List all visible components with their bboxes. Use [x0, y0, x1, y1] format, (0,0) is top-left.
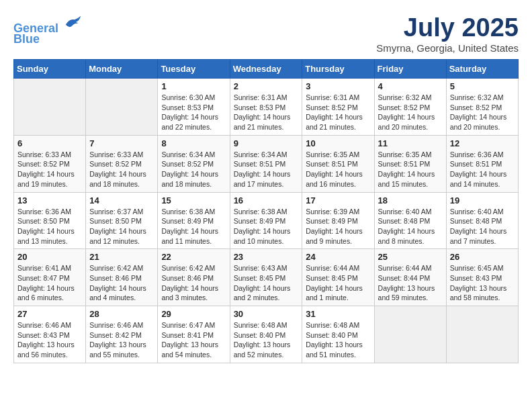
calendar-cell: 26Sunrise: 6:45 AMSunset: 8:43 PMDayligh…: [446, 249, 518, 306]
day-number: 9: [234, 138, 299, 148]
day-number: 12: [450, 138, 515, 148]
calendar-cell: [446, 306, 518, 363]
day-detail: Sunrise: 6:31 AMSunset: 8:52 PMDaylight:…: [306, 93, 370, 132]
day-number: 29: [161, 309, 226, 319]
calendar-cell: 25Sunrise: 6:44 AMSunset: 8:44 PMDayligh…: [374, 249, 446, 306]
location: Smyrna, Georgia, United States: [376, 42, 519, 54]
calendar-cell: 18Sunrise: 6:40 AMSunset: 8:48 PMDayligh…: [374, 192, 446, 249]
day-number: 23: [234, 252, 299, 262]
calendar-cell: 5Sunrise: 6:32 AMSunset: 8:52 PMDaylight…: [446, 79, 518, 136]
calendar-cell: 11Sunrise: 6:35 AMSunset: 8:51 PMDayligh…: [374, 135, 446, 192]
calendar-cell: 27Sunrise: 6:46 AMSunset: 8:43 PMDayligh…: [14, 306, 86, 363]
day-number: 16: [234, 195, 299, 205]
calendar-cell: 22Sunrise: 6:42 AMSunset: 8:46 PMDayligh…: [158, 249, 230, 306]
day-number: 31: [306, 309, 370, 319]
calendar-cell: 16Sunrise: 6:38 AMSunset: 8:49 PMDayligh…: [230, 192, 302, 249]
day-detail: Sunrise: 6:37 AMSunset: 8:50 PMDaylight:…: [89, 207, 154, 246]
day-number: 22: [161, 252, 226, 262]
day-detail: Sunrise: 6:38 AMSunset: 8:49 PMDaylight:…: [234, 207, 299, 246]
page-header: General Blue July 2025 Smyrna, Georgia, …: [13, 13, 519, 54]
col-header-saturday: Saturday: [446, 60, 518, 79]
calendar-cell: 29Sunrise: 6:47 AMSunset: 8:41 PMDayligh…: [158, 306, 230, 363]
week-row-2: 6Sunrise: 6:33 AMSunset: 8:52 PMDaylight…: [14, 135, 519, 192]
day-detail: Sunrise: 6:33 AMSunset: 8:52 PMDaylight:…: [89, 150, 154, 189]
calendar-cell: 6Sunrise: 6:33 AMSunset: 8:52 PMDaylight…: [14, 135, 86, 192]
calendar-cell: 31Sunrise: 6:48 AMSunset: 8:40 PMDayligh…: [302, 306, 374, 363]
day-detail: Sunrise: 6:43 AMSunset: 8:45 PMDaylight:…: [234, 263, 299, 303]
calendar-cell: 8Sunrise: 6:34 AMSunset: 8:52 PMDaylight…: [158, 135, 230, 192]
calendar-cell: 7Sunrise: 6:33 AMSunset: 8:52 PMDaylight…: [86, 135, 158, 192]
logo: General Blue: [13, 13, 82, 46]
day-number: 18: [378, 195, 443, 205]
calendar-cell: 3Sunrise: 6:31 AMSunset: 8:52 PMDaylight…: [302, 79, 374, 136]
day-number: 26: [450, 252, 515, 262]
day-number: 30: [234, 309, 299, 319]
calendar-cell: 23Sunrise: 6:43 AMSunset: 8:45 PMDayligh…: [230, 249, 302, 306]
calendar-cell: 24Sunrise: 6:44 AMSunset: 8:45 PMDayligh…: [302, 249, 374, 306]
logo-bird-icon: [63, 13, 82, 32]
day-detail: Sunrise: 6:33 AMSunset: 8:52 PMDaylight:…: [17, 150, 82, 189]
calendar-cell: 15Sunrise: 6:38 AMSunset: 8:49 PMDayligh…: [158, 192, 230, 249]
day-number: 7: [89, 138, 154, 148]
day-detail: Sunrise: 6:35 AMSunset: 8:51 PMDaylight:…: [378, 150, 443, 189]
day-detail: Sunrise: 6:39 AMSunset: 8:49 PMDaylight:…: [306, 207, 370, 246]
calendar-cell: 9Sunrise: 6:34 AMSunset: 8:51 PMDaylight…: [230, 135, 302, 192]
day-number: 1: [161, 81, 226, 91]
day-detail: Sunrise: 6:30 AMSunset: 8:53 PMDaylight:…: [161, 93, 226, 132]
calendar-cell: [14, 79, 86, 136]
day-detail: Sunrise: 6:48 AMSunset: 8:40 PMDaylight:…: [234, 320, 299, 360]
day-detail: Sunrise: 6:40 AMSunset: 8:48 PMDaylight:…: [378, 207, 443, 246]
day-number: 28: [89, 309, 154, 319]
day-detail: Sunrise: 6:40 AMSunset: 8:48 PMDaylight:…: [450, 207, 515, 246]
day-detail: Sunrise: 6:45 AMSunset: 8:43 PMDaylight:…: [450, 263, 515, 303]
col-header-wednesday: Wednesday: [230, 60, 302, 79]
day-number: 15: [161, 195, 226, 205]
day-number: 3: [306, 81, 370, 91]
day-detail: Sunrise: 6:32 AMSunset: 8:52 PMDaylight:…: [450, 93, 515, 132]
calendar-table: SundayMondayTuesdayWednesdayThursdayFrid…: [13, 59, 519, 363]
calendar-cell: 20Sunrise: 6:41 AMSunset: 8:47 PMDayligh…: [14, 249, 86, 306]
day-number: 6: [17, 138, 82, 148]
week-row-1: 1Sunrise: 6:30 AMSunset: 8:53 PMDaylight…: [14, 79, 519, 136]
day-detail: Sunrise: 6:36 AMSunset: 8:51 PMDaylight:…: [450, 150, 515, 189]
calendar-cell: [86, 79, 158, 136]
calendar-cell: 17Sunrise: 6:39 AMSunset: 8:49 PMDayligh…: [302, 192, 374, 249]
calendar-cell: 4Sunrise: 6:32 AMSunset: 8:52 PMDaylight…: [374, 79, 446, 136]
day-detail: Sunrise: 6:42 AMSunset: 8:46 PMDaylight:…: [161, 263, 226, 303]
day-number: 5: [450, 81, 515, 91]
week-row-4: 20Sunrise: 6:41 AMSunset: 8:47 PMDayligh…: [14, 249, 519, 306]
calendar-cell: 1Sunrise: 6:30 AMSunset: 8:53 PMDaylight…: [158, 79, 230, 136]
day-number: 11: [378, 138, 443, 148]
calendar-cell: 10Sunrise: 6:35 AMSunset: 8:51 PMDayligh…: [302, 135, 374, 192]
day-number: 2: [234, 81, 299, 91]
day-number: 21: [89, 252, 154, 262]
day-detail: Sunrise: 6:32 AMSunset: 8:52 PMDaylight:…: [378, 93, 443, 132]
day-number: 19: [450, 195, 515, 205]
day-detail: Sunrise: 6:42 AMSunset: 8:46 PMDaylight:…: [89, 263, 154, 303]
col-header-friday: Friday: [374, 60, 446, 79]
day-detail: Sunrise: 6:35 AMSunset: 8:51 PMDaylight:…: [306, 150, 370, 189]
calendar-cell: 21Sunrise: 6:42 AMSunset: 8:46 PMDayligh…: [86, 249, 158, 306]
day-number: 10: [306, 138, 370, 148]
col-header-sunday: Sunday: [14, 60, 86, 79]
day-detail: Sunrise: 6:47 AMSunset: 8:41 PMDaylight:…: [161, 320, 226, 360]
col-header-monday: Monday: [86, 60, 158, 79]
calendar-cell: 13Sunrise: 6:36 AMSunset: 8:50 PMDayligh…: [14, 192, 86, 249]
day-number: 27: [17, 309, 82, 319]
calendar-header-row: SundayMondayTuesdayWednesdayThursdayFrid…: [14, 60, 519, 79]
week-row-5: 27Sunrise: 6:46 AMSunset: 8:43 PMDayligh…: [14, 306, 519, 363]
day-detail: Sunrise: 6:44 AMSunset: 8:45 PMDaylight:…: [306, 263, 370, 303]
title-block: July 2025 Smyrna, Georgia, United States: [376, 13, 519, 54]
day-detail: Sunrise: 6:48 AMSunset: 8:40 PMDaylight:…: [306, 320, 370, 360]
calendar-cell: 28Sunrise: 6:46 AMSunset: 8:42 PMDayligh…: [86, 306, 158, 363]
day-detail: Sunrise: 6:34 AMSunset: 8:51 PMDaylight:…: [234, 150, 299, 189]
day-number: 25: [378, 252, 443, 262]
day-detail: Sunrise: 6:46 AMSunset: 8:43 PMDaylight:…: [17, 320, 82, 360]
calendar-cell: 2Sunrise: 6:31 AMSunset: 8:53 PMDaylight…: [230, 79, 302, 136]
day-number: 4: [378, 81, 443, 91]
calendar-cell: [374, 306, 446, 363]
day-number: 14: [89, 195, 154, 205]
day-number: 17: [306, 195, 370, 205]
col-header-tuesday: Tuesday: [158, 60, 230, 79]
day-detail: Sunrise: 6:41 AMSunset: 8:47 PMDaylight:…: [17, 263, 82, 303]
